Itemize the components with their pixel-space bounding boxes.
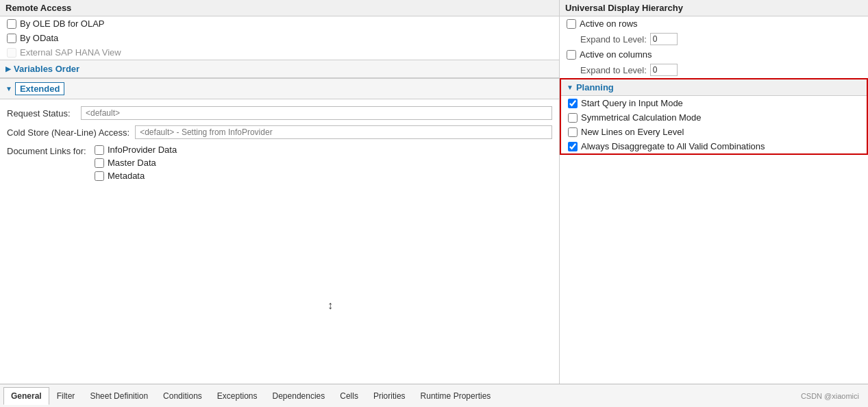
infoprovider-data-checkbox[interactable] (95, 145, 104, 155)
hana-view-checkbox[interactable] (7, 48, 16, 58)
expand-cols-input[interactable] (650, 64, 678, 76)
new-lines-row: New Lines on Every Level (561, 125, 867, 139)
cold-store-label: Cold Store (Near-Line) Access: (7, 127, 129, 138)
udh-title: Universal Display Hierarchy (565, 3, 683, 13)
planning-header[interactable]: ▼ Planning (561, 79, 867, 96)
request-status-input[interactable] (81, 106, 552, 120)
metadata-checkbox[interactable] (95, 171, 104, 181)
new-lines-label: New Lines on Every Level (581, 127, 684, 137)
start-query-row: Start Query in Input Mode (561, 96, 867, 110)
tab-filter[interactable]: Filter (49, 387, 83, 405)
active-on-rows-checkbox[interactable] (567, 19, 576, 29)
metadata-label: Metadata (108, 171, 145, 181)
infoprovider-data-row: InfoProvider Data (95, 145, 177, 155)
active-on-rows-row: Active on rows (560, 16, 868, 31)
extended-arrow: ▼ (5, 85, 12, 92)
variables-order-arrow: ▶ (5, 65, 11, 73)
request-status-label: Request Status: (7, 108, 75, 119)
extended-form: Request Status: Cold Store (Near-Line) A… (0, 99, 559, 188)
tab-cells[interactable]: Cells (332, 387, 366, 405)
expand-rows-input[interactable] (650, 33, 678, 45)
remote-access-title: Remote Access (5, 3, 71, 13)
tab-conditions[interactable]: Conditions (156, 387, 210, 405)
odata-row: By OData (0, 31, 559, 45)
start-query-label: Start Query in Input Mode (581, 98, 683, 108)
active-on-columns-checkbox[interactable] (567, 50, 576, 60)
active-on-columns-row: Active on columns (560, 47, 868, 62)
request-status-row: Request Status: (0, 103, 559, 123)
expand-rows-row: Expand to Level: (560, 31, 868, 47)
ole-db-label: By OLE DB for OLAP (20, 18, 105, 29)
doc-links-checkboxes: InfoProvider Data Master Data Metadata (95, 145, 177, 181)
cold-store-input[interactable] (135, 125, 552, 139)
watermark: CSDN @xiaomici (801, 392, 865, 400)
hana-view-label: External SAP HANA View (20, 47, 121, 58)
master-data-checkbox[interactable] (95, 158, 104, 168)
right-panel: Universal Display Hierarchy Active on ro… (560, 0, 868, 384)
always-disaggregate-label: Always Disaggregate to All Valid Combina… (581, 141, 765, 151)
symmetrical-label: Symmetrical Calculation Mode (581, 112, 702, 123)
infoprovider-data-label: InfoProvider Data (108, 145, 177, 155)
planning-section: ▼ Planning Start Query in Input Mode Sym… (560, 78, 868, 155)
hana-view-row: External SAP HANA View (0, 45, 559, 60)
master-data-row: Master Data (95, 158, 177, 168)
expand-cols-row: Expand to Level: (560, 62, 868, 78)
tab-general[interactable]: General (3, 387, 49, 405)
start-query-checkbox[interactable] (568, 99, 578, 108)
variables-order-section: ▶ Variables Order (0, 60, 559, 78)
tab-bar: General Filter Sheet Definition Conditio… (0, 384, 868, 407)
planning-arrow: ▼ (567, 84, 573, 91)
main-content: Remote Access By OLE DB for OLAP By ODat… (0, 0, 868, 384)
new-lines-checkbox[interactable] (568, 127, 578, 137)
master-data-label: Master Data (108, 158, 156, 168)
extended-header[interactable]: ▼ Extended (0, 79, 559, 99)
always-disaggregate-checkbox[interactable] (568, 142, 578, 151)
doc-links-row: Document Links for: InfoProvider Data Ma… (0, 142, 559, 184)
extended-section: ▼ Extended (0, 78, 559, 99)
left-panel: Remote Access By OLE DB for OLAP By ODat… (0, 0, 560, 384)
active-on-columns-label: Active on columns (580, 49, 652, 60)
cold-store-row: Cold Store (Near-Line) Access: (0, 123, 559, 142)
variables-order-header[interactable]: ▶ Variables Order (0, 60, 559, 77)
tab-runtime-properties[interactable]: Runtime Properties (413, 387, 499, 405)
active-on-rows-label: Active on rows (580, 18, 638, 29)
tab-priorities[interactable]: Priorities (366, 387, 413, 405)
symmetrical-checkbox[interactable] (568, 113, 578, 123)
tab-sheet-definition[interactable]: Sheet Definition (82, 387, 156, 405)
metadata-row: Metadata (95, 171, 177, 181)
variables-order-title: Variables Order (14, 64, 79, 74)
expand-cols-label: Expand to Level: (580, 65, 647, 75)
expand-rows-label: Expand to Level: (580, 34, 647, 45)
odata-checkbox[interactable] (7, 34, 16, 43)
ole-db-checkbox[interactable] (7, 19, 16, 29)
udh-header: Universal Display Hierarchy (560, 0, 868, 16)
tab-dependencies[interactable]: Dependencies (265, 387, 333, 405)
always-disaggregate-row: Always Disaggregate to All Valid Combina… (561, 139, 867, 153)
tab-exceptions[interactable]: Exceptions (210, 387, 265, 405)
odata-label: By OData (20, 33, 58, 43)
remote-access-header: Remote Access (0, 0, 559, 16)
symmetrical-row: Symmetrical Calculation Mode (561, 110, 867, 125)
planning-title: Planning (576, 82, 614, 92)
doc-links-label: Document Links for: (7, 145, 89, 156)
extended-title: Extended (15, 82, 65, 95)
ole-db-row: By OLE DB for OLAP (0, 16, 559, 31)
